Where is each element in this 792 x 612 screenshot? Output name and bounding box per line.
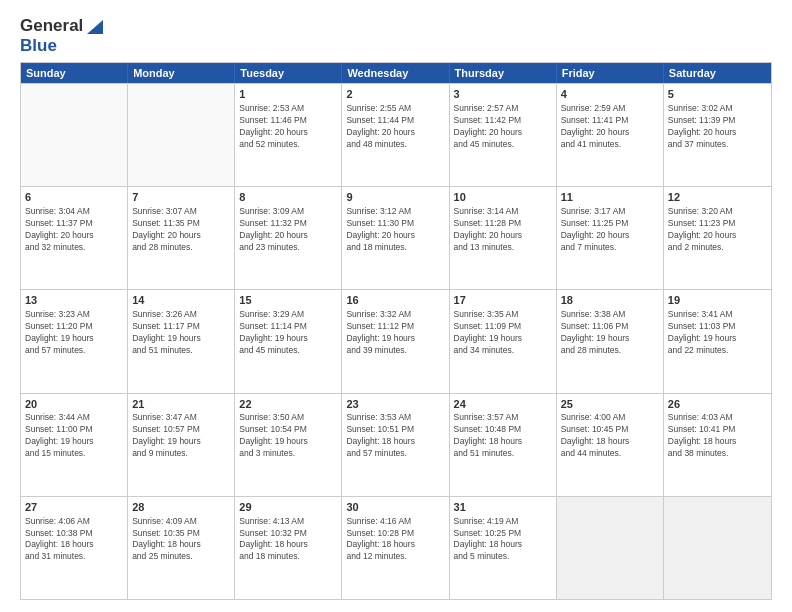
day-number: 7	[132, 190, 230, 205]
day-number: 12	[668, 190, 767, 205]
calendar-cell: 22Sunrise: 3:50 AM Sunset: 10:54 PM Dayl…	[235, 394, 342, 496]
day-number: 25	[561, 397, 659, 412]
day-number: 28	[132, 500, 230, 515]
calendar-cell: 28Sunrise: 4:09 AM Sunset: 10:35 PM Dayl…	[128, 497, 235, 599]
calendar-cell: 31Sunrise: 4:19 AM Sunset: 10:25 PM Dayl…	[450, 497, 557, 599]
calendar-cell	[21, 84, 128, 186]
day-number: 23	[346, 397, 444, 412]
day-content: Sunrise: 4:13 AM Sunset: 10:32 PM Daylig…	[239, 516, 337, 564]
calendar-cell: 26Sunrise: 4:03 AM Sunset: 10:41 PM Dayl…	[664, 394, 771, 496]
calendar-cell: 16Sunrise: 3:32 AM Sunset: 11:12 PM Dayl…	[342, 290, 449, 392]
calendar-header-cell: Thursday	[450, 63, 557, 83]
day-content: Sunrise: 3:44 AM Sunset: 11:00 PM Daylig…	[25, 412, 123, 460]
calendar-header-cell: Wednesday	[342, 63, 449, 83]
day-content: Sunrise: 2:53 AM Sunset: 11:46 PM Daylig…	[239, 103, 337, 151]
day-content: Sunrise: 4:16 AM Sunset: 10:28 PM Daylig…	[346, 516, 444, 564]
calendar-cell: 12Sunrise: 3:20 AM Sunset: 11:23 PM Dayl…	[664, 187, 771, 289]
day-content: Sunrise: 3:12 AM Sunset: 11:30 PM Daylig…	[346, 206, 444, 254]
day-content: Sunrise: 3:47 AM Sunset: 10:57 PM Daylig…	[132, 412, 230, 460]
day-content: Sunrise: 4:03 AM Sunset: 10:41 PM Daylig…	[668, 412, 767, 460]
day-number: 20	[25, 397, 123, 412]
calendar-cell: 25Sunrise: 4:00 AM Sunset: 10:45 PM Dayl…	[557, 394, 664, 496]
calendar-cell: 7Sunrise: 3:07 AM Sunset: 11:35 PM Dayli…	[128, 187, 235, 289]
day-content: Sunrise: 4:06 AM Sunset: 10:38 PM Daylig…	[25, 516, 123, 564]
calendar-cell: 24Sunrise: 3:57 AM Sunset: 10:48 PM Dayl…	[450, 394, 557, 496]
calendar-header-cell: Friday	[557, 63, 664, 83]
day-number: 22	[239, 397, 337, 412]
calendar-cell: 15Sunrise: 3:29 AM Sunset: 11:14 PM Dayl…	[235, 290, 342, 392]
day-number: 14	[132, 293, 230, 308]
calendar-cell: 20Sunrise: 3:44 AM Sunset: 11:00 PM Dayl…	[21, 394, 128, 496]
day-number: 31	[454, 500, 552, 515]
calendar-week: 13Sunrise: 3:23 AM Sunset: 11:20 PM Dayl…	[21, 289, 771, 392]
logo-general-text: General	[20, 16, 83, 36]
calendar-cell: 18Sunrise: 3:38 AM Sunset: 11:06 PM Dayl…	[557, 290, 664, 392]
day-number: 15	[239, 293, 337, 308]
calendar-cell: 29Sunrise: 4:13 AM Sunset: 10:32 PM Dayl…	[235, 497, 342, 599]
day-number: 24	[454, 397, 552, 412]
day-number: 29	[239, 500, 337, 515]
calendar-cell	[128, 84, 235, 186]
day-content: Sunrise: 3:35 AM Sunset: 11:09 PM Daylig…	[454, 309, 552, 357]
day-number: 9	[346, 190, 444, 205]
day-content: Sunrise: 3:53 AM Sunset: 10:51 PM Daylig…	[346, 412, 444, 460]
calendar-cell: 1Sunrise: 2:53 AM Sunset: 11:46 PM Dayli…	[235, 84, 342, 186]
day-number: 1	[239, 87, 337, 102]
day-number: 4	[561, 87, 659, 102]
day-content: Sunrise: 2:57 AM Sunset: 11:42 PM Daylig…	[454, 103, 552, 151]
day-number: 13	[25, 293, 123, 308]
calendar: SundayMondayTuesdayWednesdayThursdayFrid…	[20, 62, 772, 600]
day-number: 30	[346, 500, 444, 515]
day-content: Sunrise: 2:55 AM Sunset: 11:44 PM Daylig…	[346, 103, 444, 151]
day-number: 27	[25, 500, 123, 515]
calendar-cell: 27Sunrise: 4:06 AM Sunset: 10:38 PM Dayl…	[21, 497, 128, 599]
calendar-week: 1Sunrise: 2:53 AM Sunset: 11:46 PM Dayli…	[21, 83, 771, 186]
day-number: 11	[561, 190, 659, 205]
day-number: 8	[239, 190, 337, 205]
calendar-cell: 3Sunrise: 2:57 AM Sunset: 11:42 PM Dayli…	[450, 84, 557, 186]
day-number: 5	[668, 87, 767, 102]
day-content: Sunrise: 3:32 AM Sunset: 11:12 PM Daylig…	[346, 309, 444, 357]
day-number: 6	[25, 190, 123, 205]
day-content: Sunrise: 3:07 AM Sunset: 11:35 PM Daylig…	[132, 206, 230, 254]
day-number: 26	[668, 397, 767, 412]
calendar-cell: 13Sunrise: 3:23 AM Sunset: 11:20 PM Dayl…	[21, 290, 128, 392]
logo-blue-text: Blue	[20, 36, 57, 56]
day-content: Sunrise: 3:38 AM Sunset: 11:06 PM Daylig…	[561, 309, 659, 357]
day-content: Sunrise: 3:17 AM Sunset: 11:25 PM Daylig…	[561, 206, 659, 254]
day-number: 18	[561, 293, 659, 308]
day-content: Sunrise: 3:50 AM Sunset: 10:54 PM Daylig…	[239, 412, 337, 460]
day-number: 21	[132, 397, 230, 412]
logo: General Blue	[20, 16, 103, 56]
calendar-cell: 11Sunrise: 3:17 AM Sunset: 11:25 PM Dayl…	[557, 187, 664, 289]
calendar-cell: 17Sunrise: 3:35 AM Sunset: 11:09 PM Dayl…	[450, 290, 557, 392]
calendar-cell: 23Sunrise: 3:53 AM Sunset: 10:51 PM Dayl…	[342, 394, 449, 496]
calendar-header-cell: Tuesday	[235, 63, 342, 83]
day-content: Sunrise: 2:59 AM Sunset: 11:41 PM Daylig…	[561, 103, 659, 151]
page: General Blue SundayMondayTuesdayWednesda…	[0, 0, 792, 612]
calendar-cell: 8Sunrise: 3:09 AM Sunset: 11:32 PM Dayli…	[235, 187, 342, 289]
day-number: 16	[346, 293, 444, 308]
calendar-week: 27Sunrise: 4:06 AM Sunset: 10:38 PM Dayl…	[21, 496, 771, 599]
day-content: Sunrise: 4:00 AM Sunset: 10:45 PM Daylig…	[561, 412, 659, 460]
calendar-cell	[664, 497, 771, 599]
day-content: Sunrise: 3:14 AM Sunset: 11:28 PM Daylig…	[454, 206, 552, 254]
calendar-header-cell: Monday	[128, 63, 235, 83]
day-number: 17	[454, 293, 552, 308]
calendar-header-cell: Sunday	[21, 63, 128, 83]
calendar-cell: 6Sunrise: 3:04 AM Sunset: 11:37 PM Dayli…	[21, 187, 128, 289]
calendar-cell: 10Sunrise: 3:14 AM Sunset: 11:28 PM Dayl…	[450, 187, 557, 289]
calendar-header-row: SundayMondayTuesdayWednesdayThursdayFrid…	[21, 63, 771, 83]
day-number: 3	[454, 87, 552, 102]
calendar-header-cell: Saturday	[664, 63, 771, 83]
day-number: 10	[454, 190, 552, 205]
day-content: Sunrise: 4:19 AM Sunset: 10:25 PM Daylig…	[454, 516, 552, 564]
day-number: 2	[346, 87, 444, 102]
svg-marker-0	[87, 20, 103, 34]
day-content: Sunrise: 3:29 AM Sunset: 11:14 PM Daylig…	[239, 309, 337, 357]
day-content: Sunrise: 3:57 AM Sunset: 10:48 PM Daylig…	[454, 412, 552, 460]
calendar-body: 1Sunrise: 2:53 AM Sunset: 11:46 PM Dayli…	[21, 83, 771, 599]
logo-arrow-icon	[85, 20, 103, 34]
day-content: Sunrise: 3:41 AM Sunset: 11:03 PM Daylig…	[668, 309, 767, 357]
calendar-cell: 5Sunrise: 3:02 AM Sunset: 11:39 PM Dayli…	[664, 84, 771, 186]
